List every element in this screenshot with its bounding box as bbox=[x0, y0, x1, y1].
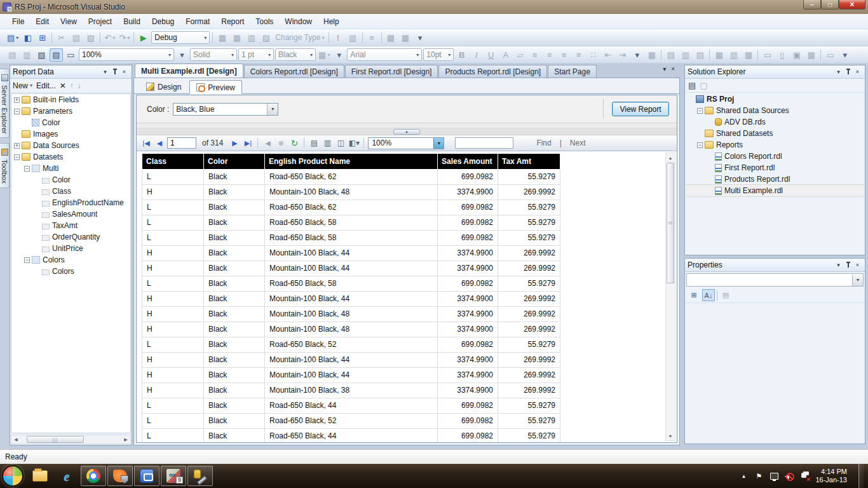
active-files-dropdown-button[interactable]: ▾ bbox=[663, 65, 666, 72]
font-color-button[interactable]: A bbox=[499, 48, 512, 62]
zoom-combo[interactable]: 100% ▾ bbox=[79, 48, 174, 61]
zoom-combo[interactable]: 100% ▾ bbox=[368, 137, 444, 149]
italic-button[interactable]: I bbox=[470, 48, 483, 62]
move-down-button[interactable]: ↓ bbox=[78, 81, 81, 90]
splitter-grip[interactable]: ▲ bbox=[393, 129, 420, 135]
close-panel-button[interactable]: × bbox=[853, 67, 862, 76]
print-layout-button[interactable]: ▤ bbox=[6, 48, 19, 62]
tree-item[interactable]: RS Proj bbox=[686, 93, 864, 105]
parameter-splitter[interactable]: ▲ bbox=[137, 128, 677, 135]
change-type-combo[interactable]: Change Type ▾ bbox=[274, 31, 325, 44]
tree-item[interactable]: Images bbox=[11, 128, 130, 140]
tree-item[interactable]: First Report.rdl bbox=[686, 162, 864, 173]
underline-button[interactable]: U bbox=[484, 48, 498, 62]
add-derived-table-button[interactable]: ▦ bbox=[399, 31, 412, 44]
same-size-button[interactable]: ▣ bbox=[790, 48, 803, 62]
document-tab[interactable]: Start Page bbox=[548, 65, 597, 78]
tab-design[interactable]: Design bbox=[139, 79, 188, 93]
maximize-button[interactable]: □ bbox=[821, 0, 839, 10]
tree-item[interactable]: − Datasets bbox=[11, 151, 130, 163]
show-grid-pane-button[interactable]: ▦ bbox=[230, 31, 243, 44]
tree-item[interactable]: − Parameters bbox=[11, 105, 130, 117]
show-results-pane-button[interactable]: ▨ bbox=[259, 31, 273, 44]
show-all-files-button[interactable]: ▢ bbox=[700, 81, 707, 90]
lync-icon[interactable] bbox=[134, 466, 159, 486]
server-explorer-icon[interactable]: Server Explorer bbox=[0, 69, 10, 138]
color-parameter-combo[interactable]: Black, Blue ▾ bbox=[173, 103, 278, 116]
cut-button[interactable]: ✂ bbox=[55, 31, 68, 44]
menu-item[interactable]: View bbox=[55, 15, 83, 28]
window-position-button[interactable]: ▾ bbox=[834, 261, 843, 269]
expand-toggle[interactable]: − bbox=[697, 108, 703, 114]
tree-item[interactable]: Colors bbox=[11, 266, 130, 277]
explorer-icon[interactable] bbox=[27, 466, 53, 486]
page-setup-button[interactable]: ▥ bbox=[20, 48, 34, 62]
menu-item[interactable]: Project bbox=[83, 15, 118, 28]
new-button[interactable]: New ▾ bbox=[13, 81, 32, 90]
highlight-button[interactable]: ▱ bbox=[513, 48, 527, 62]
toolbar-overflow-button[interactable]: ▾ bbox=[175, 48, 189, 62]
vertical-scrollbar[interactable]: ▲ ≡≡ ▼ bbox=[665, 152, 675, 441]
view-report-button[interactable]: View Report bbox=[612, 102, 669, 116]
copy-button[interactable]: ▤ bbox=[69, 31, 83, 44]
expand-toggle[interactable]: − bbox=[14, 154, 20, 160]
show-desktop-button[interactable] bbox=[858, 464, 864, 488]
report-data-toggle-button[interactable]: ▤ bbox=[50, 48, 63, 62]
document-tab[interactable]: Multi Example.rdl [Design] bbox=[135, 64, 243, 78]
power-icon[interactable] bbox=[800, 471, 809, 480]
sep[interactable] bbox=[51, 32, 52, 43]
menu-item[interactable]: Tools bbox=[250, 15, 279, 28]
export-button[interactable]: ◧ ▾ bbox=[348, 137, 360, 149]
combo-arrow-icon[interactable]: ▾ bbox=[852, 274, 863, 286]
tree-item[interactable]: Multi Example.rdl bbox=[686, 185, 864, 196]
internet-explorer-icon[interactable]: e bbox=[54, 466, 79, 486]
print-layout-button[interactable]: ▥ bbox=[322, 137, 333, 149]
save-button[interactable]: ◧ bbox=[21, 31, 34, 44]
tree-item[interactable]: Color bbox=[11, 174, 130, 186]
next-link[interactable]: Next bbox=[567, 139, 589, 147]
tree-item[interactable]: Colors Report.rdl bbox=[686, 151, 864, 162]
border-width-combo[interactable]: 1 pt ▾ bbox=[238, 48, 274, 61]
tree-item[interactable]: + Built-in Fields bbox=[11, 94, 130, 105]
toolbar-overflow-button[interactable]: ▾ bbox=[838, 48, 851, 62]
scrollbar-thumb[interactable]: ≡≡ bbox=[667, 163, 674, 283]
security-app-icon[interactable] bbox=[107, 466, 133, 486]
properties-button[interactable]: ▤ bbox=[688, 81, 696, 90]
menu-item[interactable]: Window bbox=[279, 15, 318, 28]
close-panel-button[interactable]: × bbox=[853, 261, 862, 269]
toolbar-overflow-button[interactable]: ▾ bbox=[332, 48, 346, 62]
print-button[interactable]: ▤ bbox=[308, 137, 320, 149]
tree-item[interactable]: OrderQuantity bbox=[11, 231, 130, 243]
spacing-button[interactable]: ▭ bbox=[824, 48, 837, 62]
document-tab[interactable]: Colors Report.rdl [Design] bbox=[244, 65, 344, 78]
align-left-button[interactable]: ≡ bbox=[528, 48, 541, 62]
scroll-right-button[interactable]: ▶ bbox=[121, 435, 130, 444]
tree-item[interactable]: − Shared Data Sources bbox=[686, 105, 864, 116]
tree-item[interactable]: − Colors bbox=[11, 254, 130, 266]
network-icon[interactable] bbox=[770, 471, 778, 480]
same-height-button[interactable]: ▯ bbox=[775, 48, 789, 62]
sep[interactable] bbox=[381, 32, 382, 43]
visual-studio-icon[interactable]: 9 bbox=[161, 466, 186, 486]
scroll-left-button[interactable]: ◀ bbox=[11, 435, 20, 444]
sep[interactable] bbox=[212, 32, 213, 43]
minimize-button[interactable]: – bbox=[803, 0, 821, 10]
grid-button[interactable]: ▦ bbox=[804, 48, 818, 62]
page-setup-button[interactable]: ◫ bbox=[335, 137, 346, 149]
pin-button[interactable] bbox=[110, 67, 119, 76]
next-page-button[interactable]: ▶ bbox=[229, 137, 240, 149]
action-center-icon[interactable]: ⚑ bbox=[754, 471, 763, 480]
scroll-up-button[interactable]: ▲ bbox=[667, 154, 674, 161]
border-color-combo[interactable]: Black ▾ bbox=[275, 48, 316, 61]
edit-button[interactable]: Edit... bbox=[36, 81, 56, 90]
show-sql-pane-button[interactable]: ▥ bbox=[245, 31, 258, 44]
horizontal-scrollbar[interactable]: ◀ ||| ▶ bbox=[11, 435, 131, 444]
sql-data-tools-icon[interactable] bbox=[187, 466, 213, 486]
menu-item[interactable]: Debug bbox=[146, 15, 180, 28]
align-tops-button[interactable]: ▦ bbox=[712, 48, 726, 62]
save-all-button[interactable]: ⊞ bbox=[36, 31, 49, 44]
same-width-button[interactable]: ▭ bbox=[761, 48, 774, 62]
property-pages-button[interactable]: ▤ bbox=[719, 289, 732, 301]
tree-item[interactable]: TaxAmt bbox=[11, 220, 130, 231]
menu-item[interactable]: File bbox=[6, 15, 30, 28]
